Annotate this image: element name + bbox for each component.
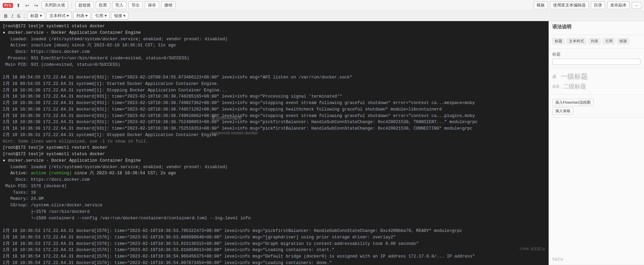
rp-btn-row2: 插入表格	[552, 107, 641, 115]
pro-badge: Pro	[3, 3, 13, 8]
save-btn[interactable]: 保存	[145, 1, 159, 9]
right-panel: 语法说明 标题 文本样式 列表 引用 链接 标题 # 一级标题 ## 二级标题 …	[549, 21, 644, 265]
list-btn[interactable]: 列表 ▾	[73, 12, 91, 20]
right-panel-header: 语法说明	[549, 21, 644, 35]
formatting-tags-row: 标题 文本样式 列表 引用 链接	[552, 38, 641, 44]
toolbar-row1: Pro ⬆ ↩ ↪ 关闭防火墙 超链接 投票 导入 导出 保存 撤销 模板 使用…	[0, 0, 644, 11]
tag-link[interactable]: 链接	[617, 38, 629, 44]
publish-copy-btn[interactable]: 发布副本	[607, 1, 630, 9]
tag-list[interactable]: 列表	[588, 38, 601, 44]
main-area: [root@172 test]# systemctl status docker…	[0, 21, 644, 265]
right-panel-title: 语法说明	[552, 24, 641, 30]
import-btn[interactable]: 导入	[112, 1, 126, 9]
formatting-tags-section: 标题 文本样式 列表 引用 链接	[549, 35, 644, 49]
rich-editor-btn[interactable]: 使用富文本编辑器	[550, 1, 589, 9]
csdn-watermark: CSDN @北鼠lp	[520, 246, 545, 251]
terminal[interactable]: [root@172 test]# systemctl status docker…	[0, 21, 549, 265]
headings-preview-section: # 一级标题 ## 二级标题	[549, 68, 644, 95]
cancel-btn[interactable]: 撤销	[161, 1, 175, 9]
insert-table-btn[interactable]: 插入表格	[552, 107, 573, 115]
sep1	[72, 2, 72, 9]
title-input[interactable]	[552, 59, 641, 65]
redo-btn[interactable]: ↪	[33, 2, 40, 9]
undo-btn[interactable]: ↩	[24, 2, 31, 9]
hate-section: hate	[549, 254, 644, 265]
text-style-btn[interactable]: 文本样式 ▾	[46, 12, 72, 20]
more-btn[interactable]: ···	[632, 2, 641, 9]
tag-text-style[interactable]: 文本样式	[567, 38, 586, 44]
heading-btn[interactable]: 标题 ▾	[27, 12, 45, 20]
quote-btn[interactable]: 引用 ▾	[92, 12, 109, 20]
upload-icon-btn[interactable]: ⬆	[15, 2, 22, 9]
template-btn[interactable]: 模板	[534, 1, 548, 9]
strike-btn[interactable]: S	[16, 13, 21, 19]
title-label: 标题	[552, 51, 641, 57]
tag-quote[interactable]: 引用	[603, 38, 615, 44]
link-btn[interactable]: 链接 ▾	[111, 12, 128, 20]
insert-buttons-section: 插入Flowchart流程图 插入表格	[549, 95, 644, 118]
italic-btn[interactable]: I	[10, 13, 14, 19]
tag-heading[interactable]: 标题	[552, 38, 565, 44]
heading2-preview: ## 二级标题	[552, 83, 641, 90]
insert-flowchart-btn[interactable]: 插入Flowchart流程图	[552, 99, 594, 106]
vote-btn[interactable]: 投票	[96, 1, 110, 9]
hyperlink-btn[interactable]: 超链接	[75, 1, 94, 9]
export-btn[interactable]: 导出	[128, 1, 143, 9]
hate-text: hate	[552, 257, 563, 262]
toolbar: Pro ⬆ ↩ ↪ 关闭防火墙 超链接 投票 导入 导出 保存 撤销 模板 使用…	[0, 0, 644, 21]
heading1-preview: # 一级标题	[552, 72, 641, 81]
bold-btn[interactable]: B	[3, 13, 9, 19]
sep2	[24, 13, 25, 19]
toc-btn[interactable]: 目录	[591, 1, 605, 9]
firewall-btn[interactable]: 关闭防火墙	[42, 1, 68, 9]
title-section: 标题	[549, 49, 644, 68]
rp-btn-row1: 插入Flowchart流程图	[552, 99, 641, 106]
toolbar-row2: B I S 标题 ▾ 文本样式 ▾ 列表 ▾ 引用 ▾ 链接 ▾	[0, 11, 644, 21]
